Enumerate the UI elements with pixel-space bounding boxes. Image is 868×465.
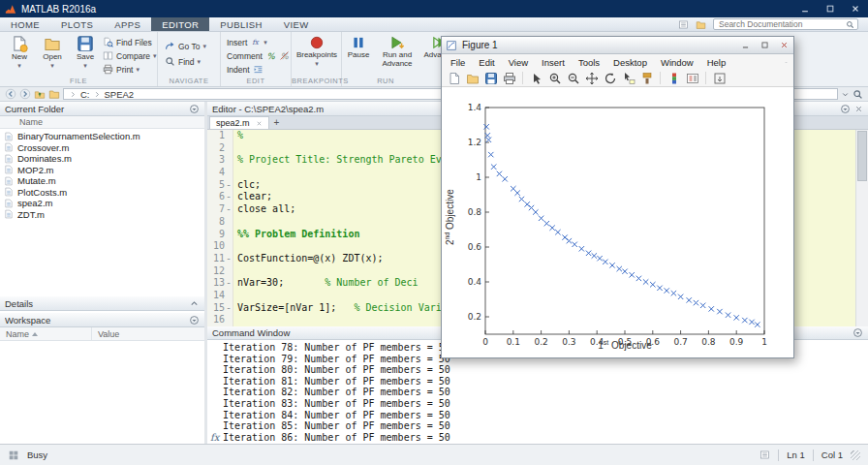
tab-apps[interactable]: APPS (104, 17, 151, 31)
output-line: Iteration 83: Number of PF members = 50 (223, 398, 868, 410)
file-item[interactable]: ZDT.m (0, 209, 204, 221)
search-box[interactable] (713, 18, 858, 30)
insert-button[interactable]: Insert fx▾ (227, 36, 267, 48)
new-tab-button[interactable]: + (269, 116, 285, 129)
pan-button[interactable] (583, 71, 600, 85)
file-item[interactable]: spea2.m (0, 198, 204, 209)
comment-button[interactable]: Comment % % (227, 49, 290, 62)
find-button[interactable]: Find▾ (165, 55, 201, 68)
menu-insert[interactable]: Insert (535, 57, 572, 68)
resize-grip[interactable] (851, 450, 860, 460)
column-indicator: Col 1 (822, 450, 843, 460)
new-figure-button[interactable] (446, 71, 462, 85)
plus-icon: + (274, 117, 280, 128)
edit-plot-button[interactable] (528, 71, 544, 85)
tab-plots[interactable]: PLOTS (50, 17, 104, 31)
dock-figure-button[interactable] (711, 71, 728, 85)
minimize-button[interactable] (792, 0, 818, 17)
tab-publish[interactable]: PUBLISH (209, 17, 272, 31)
go-to-button[interactable]: Go To▾ (165, 40, 206, 52)
breakpoints-button[interactable]: Breakpoints▾ (301, 35, 332, 67)
search-input[interactable] (717, 18, 846, 30)
section-label-run: RUN (342, 77, 429, 85)
breadcrumb-folder[interactable]: SPEA2 (105, 89, 135, 100)
zoom-in-button[interactable] (546, 71, 563, 85)
menu-overflow-icon[interactable] (785, 58, 793, 67)
file-item[interactable]: Dominates.m (0, 153, 204, 165)
rotate-3d-button[interactable] (602, 71, 618, 85)
panel-menu-icon[interactable] (189, 104, 200, 114)
menu-file[interactable]: File (444, 57, 472, 68)
close-button[interactable] (843, 0, 868, 17)
figure-title-bar[interactable]: Figure 1 (442, 37, 793, 54)
panel-menu-icon[interactable] (852, 327, 863, 338)
menu-window[interactable]: Window (654, 57, 700, 68)
tab-editor[interactable]: EDITOR (151, 17, 209, 31)
chevron-down-icon: ▾ (50, 62, 54, 69)
run-and-advance-button[interactable]: Run and Advance (375, 35, 419, 68)
tab-spea2[interactable]: spea2.m (209, 116, 269, 129)
file-item[interactable]: Crossover.m (0, 142, 204, 154)
menu-edit[interactable]: Edit (472, 57, 501, 68)
panel-menu-icon[interactable] (840, 104, 851, 114)
insert-legend-button[interactable] (684, 71, 700, 85)
panel-menu-icon[interactable] (189, 315, 200, 326)
menu-desktop[interactable]: Desktop (606, 57, 654, 68)
rotate-3d-icon (604, 72, 617, 85)
figure-window[interactable]: Figure 1 FileEditViewInsertToolsDesktopW… (441, 36, 794, 358)
data-cursor-button[interactable] (620, 71, 636, 85)
recent-folders-icon[interactable] (841, 90, 850, 99)
breadcrumb-drive[interactable]: C: (80, 89, 90, 100)
close-panel-icon[interactable] (854, 105, 863, 113)
pause-button[interactable]: Pause (344, 35, 373, 60)
open-button[interactable]: Open▾ (37, 35, 68, 69)
open-file-button[interactable] (464, 71, 480, 85)
brush-button[interactable] (638, 71, 655, 85)
collapse-icon[interactable] (189, 298, 200, 309)
workspace-value-column[interactable]: Value (92, 329, 119, 339)
tab-home[interactable]: HOME (0, 17, 50, 31)
figure-maximize-button[interactable] (755, 39, 774, 52)
workspace-name-column[interactable]: Name (0, 327, 92, 340)
scrollbar-thumb[interactable] (857, 131, 867, 181)
up-one-level-icon[interactable] (34, 88, 46, 100)
current-folder-column-header[interactable]: Name (0, 116, 204, 129)
menu-help[interactable]: Help (700, 57, 733, 68)
compare-button[interactable]: Compare▾ (103, 49, 156, 62)
menu-view[interactable]: View (502, 57, 535, 68)
tab-view[interactable]: VIEW (273, 17, 320, 31)
save-button[interactable]: Save▾ (70, 35, 101, 69)
editor-scrollbar[interactable] (855, 130, 868, 326)
quick-access-icon-2[interactable] (696, 19, 706, 30)
details-header[interactable]: Details (0, 296, 204, 311)
close-tab-icon[interactable] (256, 120, 263, 127)
save-figure-button[interactable] (482, 71, 499, 85)
quick-access-icon-1[interactable] (678, 19, 689, 30)
print-figure-button[interactable] (501, 71, 517, 85)
minimize-icon (741, 41, 750, 49)
find-files-button[interactable]: Find Files (103, 36, 152, 48)
insert-colorbar-button[interactable] (666, 71, 682, 85)
search-icon[interactable] (846, 20, 854, 29)
line-number: 9 (207, 229, 233, 241)
search-folder-icon[interactable] (852, 89, 863, 100)
layout-grid-icon[interactable] (8, 450, 19, 461)
browse-folder-icon[interactable] (48, 88, 60, 100)
figure-plot-area[interactable]: 00.10.20.30.40.50.60.70.80.910.20.40.60.… (442, 87, 793, 357)
file-item[interactable]: PlotCosts.m (0, 187, 204, 199)
toolstrip-tabs: HOMEPLOTSAPPSEDITORPUBLISHVIEW (0, 17, 320, 31)
new-script-button[interactable]: New▾ (4, 35, 35, 69)
zoom-out-button[interactable] (565, 71, 581, 85)
file-item[interactable]: BinaryTournamentSelection.m (0, 131, 204, 142)
print-button[interactable]: Print▾ (103, 63, 140, 76)
file-item[interactable]: MOP2.m (0, 165, 204, 176)
file-item[interactable]: Mutate.m (0, 175, 204, 187)
function-browser-icon[interactable]: fx (210, 432, 219, 443)
figure-minimize-button[interactable] (735, 39, 755, 52)
menu-tools[interactable]: Tools (572, 57, 606, 68)
back-button-icon[interactable] (5, 88, 16, 100)
figure-close-button[interactable] (774, 39, 793, 52)
forward-button-icon[interactable] (19, 88, 31, 100)
maximize-button[interactable] (818, 0, 843, 17)
indent-button[interactable]: Indent (227, 63, 264, 76)
